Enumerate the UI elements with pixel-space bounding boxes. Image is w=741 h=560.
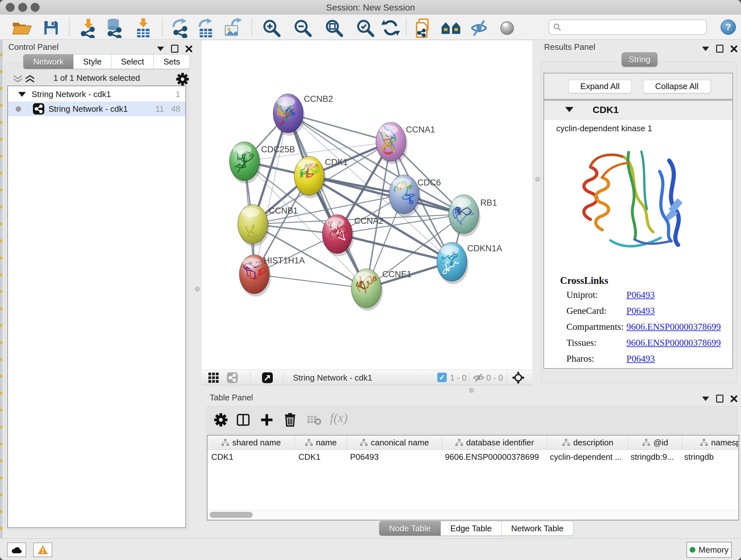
horizontal-splitter-handle[interactable] xyxy=(469,388,474,393)
maximize-panel-icon[interactable] xyxy=(171,45,179,53)
selected-nodes-checkbox[interactable]: ✓ xyxy=(437,373,447,382)
column-header-namespace[interactable]: namespace xyxy=(682,435,739,449)
scrollbar-thumb[interactable] xyxy=(210,512,253,518)
tab-network-table[interactable]: Network Table xyxy=(502,521,574,536)
fit-content-icon[interactable] xyxy=(512,371,525,384)
table-cell[interactable]: P06493 xyxy=(346,450,441,464)
birdseye-grid-icon[interactable] xyxy=(208,372,219,383)
float-panel-icon[interactable] xyxy=(157,47,164,51)
home-icon[interactable] xyxy=(441,20,461,36)
warnings-button[interactable] xyxy=(33,543,52,557)
new-network-icon[interactable] xyxy=(171,18,191,38)
crosslink-value[interactable]: P06493 xyxy=(626,354,655,364)
columns-icon[interactable] xyxy=(236,413,250,427)
table-horizontal-scrollbar[interactable] xyxy=(207,510,738,520)
tab-select[interactable]: Select xyxy=(111,54,154,69)
tree-expander-icon[interactable] xyxy=(18,92,26,97)
table-cell[interactable]: cyclin-dependent ... xyxy=(546,450,627,464)
gear-icon[interactable] xyxy=(176,72,189,86)
close-panel-icon[interactable] xyxy=(731,395,738,402)
tab-node-table[interactable]: Node Table xyxy=(379,521,441,536)
collapse-section-icon[interactable] xyxy=(565,107,574,112)
column-header-canonical-name[interactable]: canonical name xyxy=(347,435,442,449)
crosslink-value[interactable]: P06493 xyxy=(626,306,655,316)
help-button[interactable]: ? xyxy=(721,19,736,35)
zoom-fit-icon[interactable] xyxy=(325,19,343,37)
control-panel-window-icons xyxy=(157,45,192,53)
eye-icon[interactable] xyxy=(498,19,516,37)
network-row-selected[interactable]: String Network - cdk1 11 48 xyxy=(8,102,185,116)
zoom-selected-icon[interactable] xyxy=(356,19,375,37)
float-panel-icon[interactable] xyxy=(702,396,709,401)
export-image-icon[interactable] xyxy=(223,18,243,38)
tab-sets[interactable]: Sets xyxy=(154,54,190,69)
new-table-icon[interactable] xyxy=(196,18,216,38)
maximize-panel-icon[interactable] xyxy=(716,45,724,53)
table-toolbar: f(x) xyxy=(206,406,738,434)
close-panel-icon[interactable] xyxy=(185,45,192,52)
save-session-icon[interactable] xyxy=(42,19,60,37)
svg-text:CCNB1: CCNB1 xyxy=(269,206,298,215)
open-session-icon[interactable] xyxy=(12,20,32,35)
network-edge-count: 48 xyxy=(171,104,180,114)
close-panel-icon[interactable] xyxy=(731,45,738,52)
table-header-row: shared namenamecanonical namedatabase id… xyxy=(207,435,739,450)
application-window: Session: New Session ? Control Panel xyxy=(0,0,741,560)
cloud-status-button[interactable] xyxy=(7,543,26,557)
table-panel-title: Table Panel xyxy=(210,393,253,402)
crosslink-value[interactable]: P06493 xyxy=(626,290,655,300)
memory-button[interactable]: Memory xyxy=(686,542,732,558)
svg-text:CDC6: CDC6 xyxy=(417,178,441,187)
table-cell[interactable]: stringdb xyxy=(680,450,739,464)
tab-string[interactable]: String xyxy=(622,52,657,67)
gear-icon[interactable] xyxy=(214,413,228,427)
collapse-all-button[interactable]: Collapse All xyxy=(643,80,711,93)
delete-icon[interactable] xyxy=(283,412,297,427)
column-header-name[interactable]: name xyxy=(295,435,347,449)
import-database-icon[interactable] xyxy=(105,18,125,38)
table-cell[interactable]: 9606.ENSP00000378699 xyxy=(441,450,546,464)
add-icon[interactable] xyxy=(260,413,274,427)
vertical-splitter-handle[interactable] xyxy=(535,177,540,182)
gene-section-header[interactable]: CDK1 xyxy=(544,101,732,119)
import-table-icon[interactable] xyxy=(133,18,153,38)
network-share-icon xyxy=(32,103,45,115)
column-header-@id[interactable]: @id xyxy=(628,435,682,449)
column-header-database-identifier[interactable]: database identifier xyxy=(442,435,547,449)
hide-panels-icon[interactable] xyxy=(470,19,488,37)
results-panel: Expand All Collapse All CDK1 cyclin-depe… xyxy=(541,62,737,383)
status-bar: Memory xyxy=(0,538,741,560)
zoom-out-icon[interactable] xyxy=(293,19,312,37)
tab-network[interactable]: Network xyxy=(23,54,73,69)
table-data-row[interactable]: CDK1CDK1P064939606.ENSP00000378699cyclin… xyxy=(207,450,739,464)
maximize-panel-icon[interactable] xyxy=(716,395,724,402)
float-panel-icon[interactable] xyxy=(702,47,709,51)
crosslink-label: Uniprot: xyxy=(566,290,626,300)
column-header-shared-name[interactable]: shared name xyxy=(207,435,295,449)
copy-documents-icon[interactable] xyxy=(414,18,433,38)
import-network-icon[interactable] xyxy=(78,18,98,38)
export-network-view-icon[interactable] xyxy=(262,372,273,383)
tab-edge-table[interactable]: Edge Table xyxy=(441,521,502,536)
table-cell[interactable]: CDK1 xyxy=(207,450,294,464)
network-view-title: String Network - cdk1 xyxy=(293,373,373,383)
network-collection-row[interactable]: String Network - cdk1 1 xyxy=(8,87,185,102)
column-type-icon xyxy=(700,439,708,446)
network-share-badge-icon[interactable] xyxy=(226,372,238,383)
tab-style[interactable]: Style xyxy=(73,54,111,69)
refresh-icon[interactable] xyxy=(382,19,400,37)
desktop-edge-strip xyxy=(0,39,3,560)
control-panel-tabs: NetworkStyleSelectSets xyxy=(23,54,190,69)
zoom-in-icon[interactable] xyxy=(262,19,281,37)
table-cell[interactable]: stringdb:9... xyxy=(627,450,680,464)
table-cell[interactable]: CDK1 xyxy=(294,450,346,464)
network-view-canvas[interactable]: CCNB2CCNA1CDC25BCDK1CDC6RB1CCNB1CCNA2CDK… xyxy=(202,41,532,370)
crosslink-value[interactable]: 9606.ENSP00000378699 xyxy=(626,337,721,348)
vertical-splitter-handle[interactable] xyxy=(195,287,200,292)
search-input[interactable] xyxy=(549,19,707,35)
crosslink-label: Pharos: xyxy=(566,354,626,364)
delete-table-icon xyxy=(307,415,322,426)
expand-all-button[interactable]: Expand All xyxy=(568,80,631,93)
column-header-description[interactable]: description xyxy=(547,435,628,449)
crosslink-value[interactable]: 9606.ENSP00000378699 xyxy=(626,321,721,332)
